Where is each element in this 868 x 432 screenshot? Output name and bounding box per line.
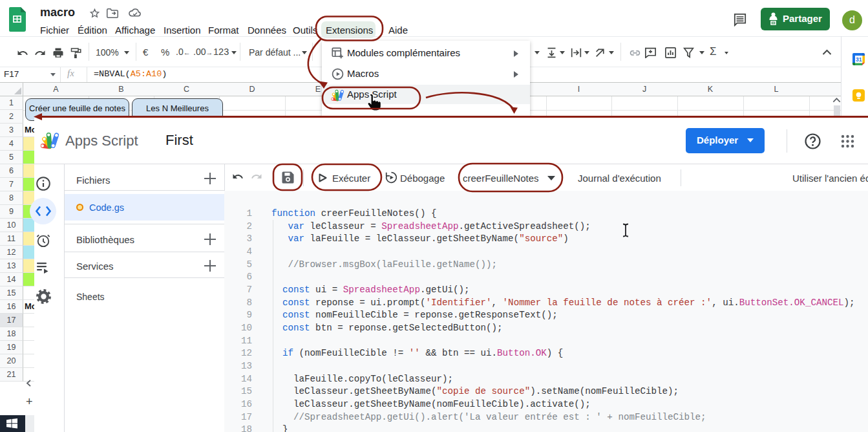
svg-text:31: 31 [856,56,862,63]
